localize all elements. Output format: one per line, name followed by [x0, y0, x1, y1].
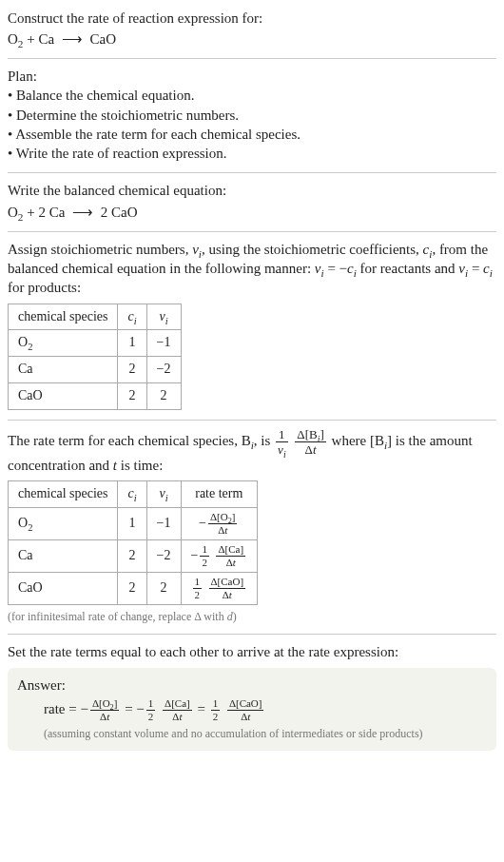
table-header-row: chemical species ci νi rate term: [9, 481, 258, 508]
cell-species: O2: [9, 330, 118, 357]
balanced-section: Write the balanced chemical equation: O2…: [8, 177, 496, 227]
separator: [8, 231, 496, 232]
cell-ci: 2: [118, 540, 146, 573]
plan-bullet: • Determine the stoichiometric numbers.: [8, 106, 496, 125]
separator: [8, 172, 496, 173]
cell-vi: 2: [146, 383, 181, 410]
rate-term-text-pre: The rate term for each chemical species,…: [8, 433, 251, 448]
col-vi: νi: [146, 481, 181, 508]
separator: [8, 420, 496, 421]
table-row: CaO 2 2: [9, 383, 182, 410]
frac-num: 1: [276, 428, 288, 442]
cell-species: CaO: [9, 573, 118, 605]
cell-species: Ca: [9, 357, 118, 383]
rate-term-text-mid: , is: [254, 433, 274, 448]
prompt-section: Construct the rate of reaction expressio…: [8, 6, 496, 54]
cell-species: Ca: [9, 540, 118, 573]
cell-vi: −2: [146, 357, 181, 383]
col-ci: ci: [118, 481, 146, 508]
page: Construct the rate of reaction expressio…: [0, 0, 504, 766]
plan-bullet: • Balance the chemical equation.: [8, 86, 496, 105]
rate-term-frac-coeff: 1 νi: [276, 428, 288, 456]
unbalanced-equation: O2 + Ca ⟶ CaO: [8, 30, 496, 49]
stoich-text: Assign stoichiometric numbers, νi, using…: [8, 240, 496, 298]
cell-vi: −2: [146, 540, 181, 573]
frac-num: Δ[Bi]: [295, 428, 325, 442]
cell-species: CaO: [9, 383, 118, 410]
col-vi: νi: [146, 304, 181, 330]
separator: [8, 634, 496, 635]
rate-term-table: chemical species ci νi rate term O2 1 −1…: [8, 480, 258, 605]
rate-term-footnote: (for infinitesimal rate of change, repla…: [8, 609, 496, 624]
table-row: O2 1 −1: [9, 330, 182, 357]
cell-rate: −12 Δ[Ca]Δt: [181, 540, 258, 573]
balanced-title: Write the balanced chemical equation:: [8, 181, 496, 200]
answer-box: Answer: rate = −Δ[O2]Δt = −12 Δ[Ca]Δt = …: [8, 668, 496, 751]
answer-expression: rate = −Δ[O2]Δt = −12 Δ[Ca]Δt = 12 Δ[CaO…: [17, 698, 487, 722]
answer-label: Answer:: [17, 676, 487, 695]
plan-bullet: • Write the rate of reaction expression.: [8, 144, 496, 163]
frac-den: νi: [276, 442, 288, 456]
final-section: Set the rate terms equal to each other t…: [8, 638, 496, 756]
cell-vi: −1: [146, 508, 181, 540]
col-species: chemical species: [9, 481, 118, 508]
cell-ci: 2: [118, 383, 146, 410]
table-row: Ca 2 −2: [9, 357, 182, 383]
table-row: Ca 2 −2 −12 Δ[Ca]Δt: [9, 540, 258, 573]
cell-vi: −1: [146, 330, 181, 357]
rate-term-text: The rate term for each chemical species,…: [8, 428, 496, 475]
cell-ci: 1: [118, 508, 146, 540]
plan-title: Plan:: [8, 67, 496, 86]
cell-ci: 2: [118, 573, 146, 605]
table-row: O2 1 −1 −Δ[O2]Δt: [9, 508, 258, 540]
balanced-equation: O2 + 2 Ca ⟶ 2 CaO: [8, 203, 496, 222]
stoich-section: Assign stoichiometric numbers, νi, using…: [8, 236, 496, 416]
rate-term-frac-dconc: Δ[Bi] Δt: [295, 428, 325, 456]
separator: [8, 58, 496, 59]
col-ci: ci: [118, 304, 146, 330]
cell-ci: 1: [118, 330, 146, 357]
cell-rate: −Δ[O2]Δt: [181, 508, 258, 540]
cell-vi: 2: [146, 573, 181, 605]
answer-note: (assuming constant volume and no accumul…: [17, 726, 487, 741]
cell-species: O2: [9, 508, 118, 540]
col-species: chemical species: [9, 304, 118, 330]
plan-section: Plan: • Balance the chemical equation. •…: [8, 63, 496, 168]
cell-ci: 2: [118, 357, 146, 383]
cell-rate: 12 Δ[CaO]Δt: [181, 573, 258, 605]
table-row: CaO 2 2 12 Δ[CaO]Δt: [9, 573, 258, 605]
prompt-text: Construct the rate of reaction expressio…: [8, 10, 496, 29]
rate-term-section: The rate term for each chemical species,…: [8, 424, 496, 630]
stoich-table: chemical species ci νi O2 1 −1 Ca 2 −2 C…: [8, 304, 182, 411]
plan-bullet: • Assemble the rate term for each chemic…: [8, 125, 496, 144]
final-title: Set the rate terms equal to each other t…: [8, 642, 496, 661]
frac-den: Δt: [295, 442, 325, 456]
table-header-row: chemical species ci νi: [9, 304, 182, 330]
col-rate: rate term: [181, 481, 258, 508]
